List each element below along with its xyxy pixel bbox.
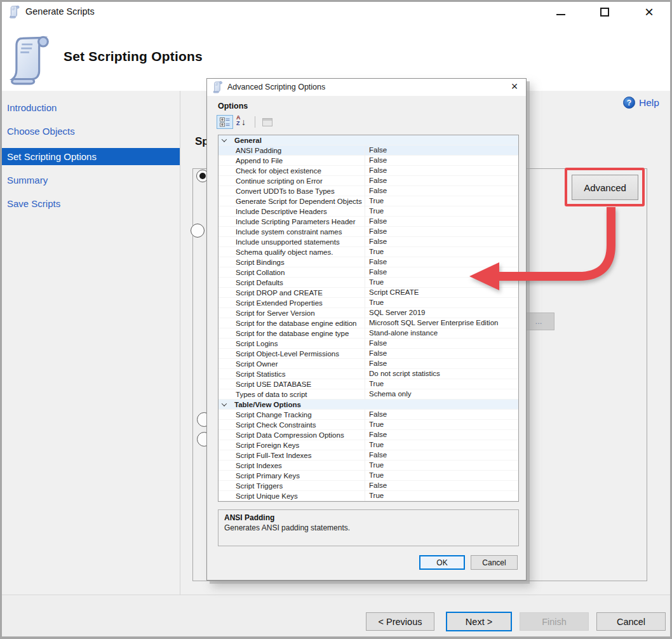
help-label: Help [639, 97, 659, 109]
property-value[interactable]: False [365, 166, 518, 176]
property-value[interactable]: True [365, 461, 518, 471]
property-row[interactable]: Script Foreign KeysTrue [218, 440, 518, 450]
property-value[interactable]: True [365, 278, 518, 288]
property-row[interactable]: Script Full-Text IndexesFalse [218, 450, 518, 461]
property-row[interactable]: Include system constraint namesFalse [218, 227, 518, 237]
property-row[interactable]: Generate Script for Dependent ObjectsTru… [218, 196, 518, 206]
sidebar-item-summary[interactable]: Summary [2, 173, 180, 187]
property-value[interactable]: False [365, 156, 518, 166]
property-row[interactable]: Script for the database engine typeStand… [218, 328, 518, 339]
property-row[interactable]: Script Change TrackingFalse [218, 410, 518, 420]
maximize-icon [600, 8, 609, 17]
property-value[interactable]: Schema only [365, 389, 518, 400]
property-row[interactable]: Script BindingsFalse [218, 257, 518, 267]
property-row[interactable]: Convert UDDTs to Base TypesFalse [218, 186, 518, 196]
property-value[interactable]: Stand-alone instance [365, 328, 518, 339]
property-row[interactable]: Script OwnerFalse [218, 359, 518, 369]
property-row[interactable]: Check for object existenceFalse [218, 166, 518, 176]
sidebar-item-set-scripting-options[interactable]: Set Scripting Options [2, 148, 180, 165]
property-value[interactable]: True [365, 196, 518, 206]
sidebar-item-choose-objects[interactable]: Choose Objects [2, 124, 180, 138]
minimize-button[interactable] [550, 2, 572, 22]
property-row[interactable]: Include unsupported statementsFalse [218, 237, 518, 247]
property-row[interactable]: Continue scripting on ErrorFalse [218, 176, 518, 186]
property-row[interactable]: Script LoginsFalse [218, 339, 518, 349]
next-button[interactable]: Next > [446, 612, 512, 631]
property-value[interactable]: False [365, 186, 518, 196]
browse-button[interactable]: ... [523, 313, 554, 330]
property-row[interactable]: Script Primary KeysTrue [218, 471, 518, 481]
property-row[interactable]: Script Unique KeysTrue [218, 491, 518, 501]
property-row[interactable]: ANSI PaddingFalse [218, 145, 518, 156]
property-value[interactable]: False [365, 430, 518, 440]
property-value[interactable]: True [365, 298, 518, 308]
property-value[interactable]: False [365, 257, 518, 267]
help-button[interactable]: ? Help [623, 97, 659, 109]
property-row[interactable]: Script Check ConstraintsTrue [218, 420, 518, 430]
property-value[interactable]: True [365, 379, 518, 389]
property-value[interactable]: True [365, 247, 518, 257]
chevron-down-icon[interactable] [222, 137, 227, 142]
property-row[interactable]: Script Data Compression OptionsFalse [218, 430, 518, 440]
property-row[interactable]: Script for Server VersionSQL Server 2019 [218, 308, 518, 318]
property-value[interactable]: False [365, 481, 518, 491]
property-name: Types of data to script [218, 391, 365, 398]
property-value[interactable]: False [365, 267, 518, 278]
property-name: Script Object-Level Permissions [218, 350, 365, 358]
property-value[interactable]: True [365, 471, 518, 481]
previous-button[interactable]: < Previous [366, 612, 434, 631]
property-row[interactable]: Include Descriptive HeadersTrue [218, 206, 518, 217]
property-value[interactable]: False [365, 145, 518, 156]
ok-button[interactable]: OK [419, 555, 465, 570]
chevron-down-icon[interactable] [222, 401, 227, 406]
sidebar-item-save-scripts[interactable]: Save Scripts [2, 197, 180, 210]
property-value[interactable]: False [365, 237, 518, 247]
property-value[interactable]: False [365, 349, 518, 359]
property-row[interactable]: Include Scripting Parameters HeaderFalse [218, 217, 518, 227]
property-row[interactable]: Script DROP and CREATEScript CREATE [218, 288, 518, 298]
radio-option-2[interactable] [191, 224, 205, 238]
property-row[interactable]: Script for the database engine editionMi… [218, 318, 518, 328]
property-value[interactable]: True [365, 491, 518, 501]
property-row[interactable]: Schema qualify object names.True [218, 247, 518, 257]
property-row[interactable]: Script TriggersFalse [218, 481, 518, 491]
property-name: Script for the database engine edition [218, 320, 365, 327]
property-value[interactable]: False [365, 217, 518, 227]
property-description-text: Generates ANSI padding statements. [224, 523, 513, 532]
property-value[interactable]: SQL Server 2019 [365, 308, 518, 318]
property-value[interactable]: False [365, 176, 518, 186]
property-row[interactable]: Script IndexesTrue [218, 461, 518, 471]
property-row[interactable]: Script Object-Level PermissionsFalse [218, 349, 518, 359]
maximize-button[interactable] [594, 2, 615, 22]
property-value[interactable]: Script CREATE [365, 288, 518, 298]
dialog-cancel-button[interactable]: Cancel [471, 555, 518, 570]
property-row[interactable]: Script DefaultsTrue [218, 278, 518, 288]
property-value[interactable]: Microsoft SQL Server Enterprise Edition [365, 318, 518, 328]
categorized-view-button[interactable] [217, 115, 233, 129]
alphabetical-sort-button[interactable]: A Z ↓ [234, 115, 251, 129]
property-value[interactable]: True [365, 206, 518, 217]
property-value[interactable]: False [365, 450, 518, 461]
property-row[interactable]: Script USE DATABASETrue [218, 379, 518, 389]
property-row[interactable]: Script CollationFalse [218, 267, 518, 278]
property-value[interactable]: False [365, 227, 518, 237]
property-value[interactable]: Do not script statistics [365, 369, 518, 379]
dialog-close-button[interactable]: × [503, 79, 526, 96]
property-row[interactable]: Append to FileFalse [218, 156, 518, 166]
property-value[interactable]: False [365, 339, 518, 349]
property-value[interactable]: True [365, 440, 518, 450]
property-value[interactable]: False [365, 359, 518, 369]
property-value[interactable]: True [365, 420, 518, 430]
property-row[interactable]: Types of data to scriptSchema only [218, 389, 518, 400]
close-button[interactable]: × [638, 2, 660, 22]
category-row[interactable]: General [218, 135, 518, 145]
property-name: Append to File [218, 157, 365, 165]
property-pages-button[interactable] [259, 115, 276, 129]
sidebar-item-introduction[interactable]: Introduction [2, 101, 180, 114]
property-row[interactable]: Script StatisticsDo not script statistic… [218, 369, 518, 379]
cancel-button[interactable]: Cancel [596, 612, 666, 631]
property-value[interactable]: False [365, 410, 518, 420]
property-row[interactable]: Script Extended PropertiesTrue [218, 298, 518, 308]
finish-button[interactable]: Finish [520, 612, 589, 631]
category-row[interactable]: Table/View Options [218, 400, 518, 410]
